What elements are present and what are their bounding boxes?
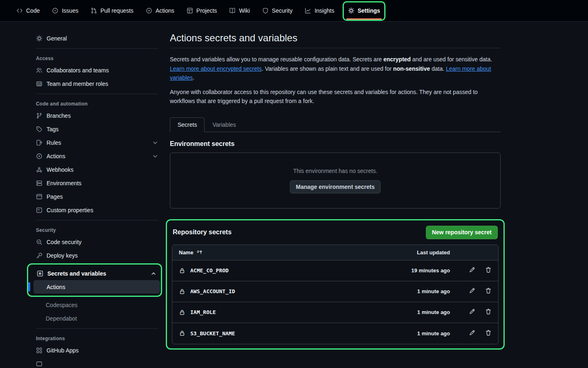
- tag-icon: [36, 126, 42, 132]
- nav-tab-label: Pull requests: [100, 7, 134, 14]
- intro-bold-encrypted: encrypted: [383, 56, 411, 63]
- git-branch-icon: [36, 112, 42, 119]
- tab-variables[interactable]: Variables: [205, 117, 243, 132]
- nav-tab-wiki[interactable]: Wiki: [225, 2, 254, 19]
- table-row: AWS_ACCOUNT_ID 1 minute ago: [172, 281, 498, 302]
- lock-icon: [179, 309, 185, 316]
- nav-tab-settings[interactable]: Settings: [344, 1, 384, 20]
- codescan-icon: [36, 239, 42, 245]
- nav-tab-actions[interactable]: Actions: [142, 2, 178, 19]
- nav-tab-issues[interactable]: Issues: [48, 2, 82, 19]
- nav-tab-projects[interactable]: Projects: [183, 2, 221, 19]
- nav-tab-security[interactable]: Security: [258, 2, 297, 19]
- sidebar-item-label: Actions: [47, 284, 65, 290]
- nav-tab-code[interactable]: Code: [12, 2, 44, 19]
- tab-secrets[interactable]: Secrets: [170, 117, 205, 132]
- sidebar-item-branches[interactable]: Branches: [33, 109, 162, 122]
- nav-tab-pull-requests[interactable]: Pull requests: [87, 2, 138, 19]
- intro-text-segment: .: [193, 74, 194, 81]
- nav-tab-insights[interactable]: Insights: [301, 2, 338, 19]
- sidebar-item-custom-properties[interactable]: Custom properties: [33, 203, 162, 217]
- browser-icon: [36, 193, 42, 200]
- repository-secrets-header: Repository secrets New repository secret: [173, 226, 498, 239]
- secret-updated-cell: 1 minute ago: [380, 330, 450, 337]
- sidebar-item-label: Rules: [47, 139, 61, 146]
- new-repository-secret-button[interactable]: New repository secret: [426, 226, 498, 239]
- secret-actions-cell: [450, 287, 492, 295]
- secret-actions-cell: [450, 330, 492, 337]
- nav-tab-label: Actions: [156, 7, 174, 14]
- sidebar-item-collaborators[interactable]: Collaborators and teams: [33, 63, 162, 77]
- sidebar-item-rules[interactable]: Rules: [33, 136, 162, 149]
- sidebar-item-code-security[interactable]: Code security: [33, 235, 162, 249]
- chevron-down-icon: [152, 139, 158, 146]
- sidebar-item-environments[interactable]: Environments: [33, 176, 162, 190]
- table-row: S3_BUCKET_NAME 1 minute ago: [172, 323, 498, 344]
- lock-icon: [179, 330, 185, 337]
- annotation-highlight-repository-secrets: Repository secrets New repository secret…: [166, 219, 505, 350]
- sidebar-item-label: Tags: [47, 126, 59, 132]
- sidebar-item-general[interactable]: General: [33, 31, 162, 45]
- nav-tab-label: Issues: [62, 7, 78, 14]
- sidebar-item-deploy-keys[interactable]: Deploy keys: [33, 249, 162, 262]
- sidebar-item-webhooks[interactable]: Webhooks: [33, 163, 162, 176]
- sidebar-item-label: Branches: [47, 112, 71, 119]
- secret-name-cell: IAM_ROLE: [179, 309, 380, 316]
- sidebar-item-tags[interactable]: Tags: [33, 122, 162, 136]
- sidebar-item-secrets-dependabot[interactable]: Dependabot: [33, 312, 162, 325]
- intro-paragraph-2: Anyone with collaborator access to this …: [170, 88, 501, 106]
- page-title: Actions secrets and variables: [170, 32, 501, 48]
- code-icon: [16, 7, 23, 14]
- settings-main-content: Actions secrets and variables Secrets an…: [170, 22, 501, 350]
- sidebar-item-secrets-actions[interactable]: Actions: [33, 280, 160, 294]
- secret-name: ACME_CO_PROD: [190, 267, 229, 274]
- sidebar-section-security: Security: [33, 224, 162, 235]
- edit-secret-button[interactable]: [469, 287, 475, 295]
- sidebar-section-access: Access: [33, 52, 162, 63]
- sidebar-item-pages[interactable]: Pages: [33, 190, 162, 203]
- nav-tab-label: Insights: [314, 7, 334, 14]
- secret-actions-cell: [450, 267, 492, 274]
- nav-tab-label: Projects: [196, 7, 217, 14]
- play-icon: [146, 7, 152, 14]
- annotation-highlight-secrets-and-variables: Secrets and variables Actions: [27, 263, 162, 297]
- sidebar-divider: [36, 94, 158, 94]
- repository-secrets-table: Name Last updated ACME_CO_PROD 19 minute…: [172, 245, 499, 344]
- manage-environment-secrets-button[interactable]: Manage environment secrets: [290, 180, 381, 193]
- link-learn-encrypted-secrets[interactable]: Learn more about encrypted secrets: [170, 65, 262, 72]
- trash-icon: [485, 330, 492, 336]
- edit-secret-button[interactable]: [469, 308, 475, 316]
- edit-secret-button[interactable]: [469, 330, 475, 337]
- server-icon: [36, 180, 42, 186]
- sidebar-item-label: Actions: [47, 153, 65, 159]
- sidebar-item-actions[interactable]: Actions: [33, 149, 162, 163]
- delete-secret-button[interactable]: [485, 330, 492, 337]
- table-header-row: Name Last updated: [172, 245, 498, 260]
- environment-secrets-empty-state: This environment has no secrets. Manage …: [170, 153, 501, 209]
- edit-secret-button[interactable]: [469, 267, 475, 274]
- column-header-name[interactable]: Name: [179, 249, 380, 256]
- sidebar-item-secrets-and-variables[interactable]: Secrets and variables: [33, 267, 160, 280]
- sidebar-item-github-apps[interactable]: GitHub Apps: [33, 343, 162, 357]
- sidebar-item-label: Deploy keys: [47, 252, 78, 259]
- delete-secret-button[interactable]: [485, 267, 492, 274]
- gear-icon: [36, 35, 42, 42]
- chevron-down-icon: [152, 153, 158, 159]
- delete-secret-button[interactable]: [485, 287, 492, 295]
- sidebar-item-partial[interactable]: [33, 357, 162, 368]
- secret-name: IAM_ROLE: [190, 309, 216, 315]
- issue-opened-icon: [52, 7, 58, 14]
- intro-text-segment: and are used for sensitive data.: [411, 56, 492, 63]
- secret-name-cell: ACME_CO_PROD: [179, 267, 380, 274]
- sidebar-item-label: Custom properties: [47, 207, 93, 213]
- delete-secret-button[interactable]: [485, 308, 492, 316]
- pencil-icon: [469, 308, 475, 315]
- sidebar-item-team-member-roles[interactable]: Team and member roles: [33, 77, 162, 90]
- people-icon: [36, 67, 42, 74]
- repository-secrets-heading: Repository secrets: [173, 229, 232, 236]
- sidebar-section-integrations: Integrations: [33, 332, 162, 343]
- sidebar-item-secrets-codespaces[interactable]: Codespaces: [33, 298, 162, 312]
- secret-updated-cell: 1 minute ago: [380, 288, 450, 294]
- webhook-icon: [36, 166, 42, 173]
- trash-icon: [485, 308, 492, 315]
